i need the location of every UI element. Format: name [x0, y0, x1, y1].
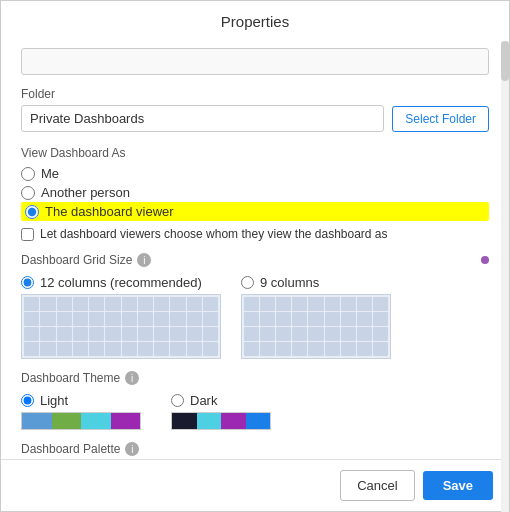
view-as-section: View Dashboard As Me Another person The … — [21, 146, 489, 241]
grid-9-radio[interactable] — [241, 276, 254, 289]
grid-options: 12 columns (recommended) 9 columns — [21, 275, 489, 359]
theme-dark-palette — [171, 412, 271, 430]
folder-row: Select Folder — [21, 105, 489, 132]
theme-dark-radio[interactable] — [171, 394, 184, 407]
grid-size-header: Dashboard Grid Size i — [21, 253, 489, 267]
view-as-label: View Dashboard As — [21, 146, 489, 160]
theme-dark: Dark — [171, 393, 271, 430]
theme-light-radio[interactable] — [21, 394, 34, 407]
save-button[interactable]: Save — [423, 471, 493, 500]
theme-light-palette — [21, 412, 141, 430]
scrollbar-track[interactable] — [501, 41, 509, 512]
select-folder-button[interactable]: Select Folder — [392, 106, 489, 132]
radio-me-input[interactable] — [21, 167, 35, 181]
grid-9-text: 9 columns — [260, 275, 319, 290]
grid-size-section: Dashboard Grid Size i 12 columns (recomm… — [21, 253, 489, 359]
palette-swatch — [172, 413, 197, 429]
folder-input[interactable] — [21, 105, 384, 132]
theme-dark-text: Dark — [190, 393, 217, 408]
radio-me-label: Me — [41, 166, 59, 181]
top-text-input[interactable] — [21, 48, 489, 75]
theme-light: Light — [21, 393, 141, 430]
radio-viewer-label: The dashboard viewer — [45, 204, 174, 219]
palette-swatch — [111, 413, 141, 429]
theme-info-icon[interactable]: i — [125, 371, 139, 385]
grid-12-radio[interactable] — [21, 276, 34, 289]
grid-preview-9 — [241, 294, 391, 359]
radio-another-label: Another person — [41, 185, 130, 200]
palette-section: Dashboard Palette i — [21, 442, 489, 456]
cancel-button[interactable]: Cancel — [340, 470, 414, 501]
palette-label: Dashboard Palette — [21, 442, 120, 456]
radio-viewer-input[interactable] — [25, 205, 39, 219]
grid-cell — [24, 297, 39, 311]
palette-swatch — [52, 413, 82, 429]
theme-options: Light Dark — [21, 393, 489, 430]
palette-swatch — [246, 413, 271, 429]
folder-label: Folder — [21, 87, 489, 101]
let-viewers-choose-checkbox[interactable] — [21, 228, 34, 241]
theme-light-label[interactable]: Light — [21, 393, 141, 408]
theme-dark-label[interactable]: Dark — [171, 393, 271, 408]
grid-option-9: 9 columns — [241, 275, 391, 359]
palette-swatch — [221, 413, 246, 429]
grid-9-label[interactable]: 9 columns — [241, 275, 391, 290]
theme-header: Dashboard Theme i — [21, 371, 489, 385]
grid-size-info-icon[interactable]: i — [137, 253, 151, 267]
grid-size-label: Dashboard Grid Size — [21, 253, 132, 267]
palette-header: Dashboard Palette i — [21, 442, 489, 456]
let-viewers-choose-row: Let dashboard viewers choose whom they v… — [21, 227, 489, 241]
dialog-footer: Cancel Save — [1, 459, 509, 511]
palette-swatch — [197, 413, 222, 429]
view-as-radio-group: Me Another person The dashboard viewer — [21, 164, 489, 221]
palette-swatch — [22, 413, 52, 429]
dialog-title: Properties — [1, 1, 509, 38]
radio-viewer[interactable]: The dashboard viewer — [21, 202, 489, 221]
grid-preview-12 — [21, 294, 221, 359]
top-input-row — [21, 48, 489, 75]
properties-dialog: Properties Folder Select Folder View Das… — [0, 0, 510, 512]
grid-12-label[interactable]: 12 columns (recommended) — [21, 275, 221, 290]
grid-option-12: 12 columns (recommended) — [21, 275, 221, 359]
let-viewers-choose-label: Let dashboard viewers choose whom they v… — [40, 227, 388, 241]
scrollbar-thumb[interactable] — [501, 41, 509, 81]
palette-info-icon[interactable]: i — [125, 442, 139, 456]
grid-size-dot — [481, 256, 489, 264]
radio-another[interactable]: Another person — [21, 183, 489, 202]
radio-another-input[interactable] — [21, 186, 35, 200]
grid-12-text: 12 columns (recommended) — [40, 275, 202, 290]
theme-light-text: Light — [40, 393, 68, 408]
palette-swatch — [81, 413, 111, 429]
theme-label: Dashboard Theme — [21, 371, 120, 385]
dialog-body: Folder Select Folder View Dashboard As M… — [1, 38, 509, 459]
radio-me[interactable]: Me — [21, 164, 489, 183]
theme-section: Dashboard Theme i Light — [21, 371, 489, 430]
